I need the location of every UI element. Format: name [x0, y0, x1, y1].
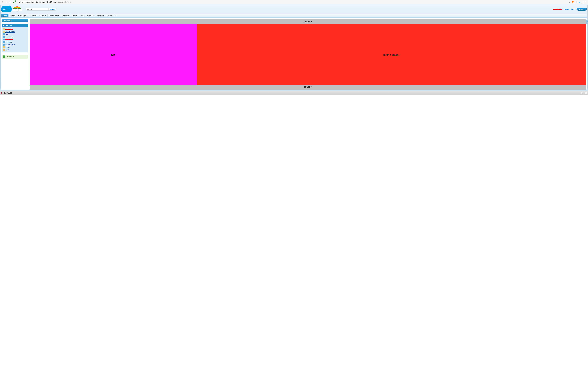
recent-item[interactable]: ST-001 — [3, 46, 27, 49]
global-header: salesforce '17 Search Wilson Xu ▼ Setup … — [1, 6, 587, 13]
release-badge: '17 — [16, 8, 19, 11]
star-icon[interactable]: ☆ — [569, 1, 571, 3]
body: Create New... ▼ Recent Items Wilson XuAl… — [1, 18, 587, 90]
tab-add-button[interactable]: + — [114, 14, 118, 17]
recent-item[interactable]: Alan Johnson — [3, 30, 27, 33]
search-button[interactable]: Search — [48, 8, 56, 10]
extension-icon-spiral[interactable]: ◎ — [575, 1, 577, 3]
recent-item-link[interactable]: salor — [5, 33, 9, 35]
dev-mode-icon[interactable]: X — [1, 92, 2, 94]
person-icon — [3, 41, 5, 43]
browser-action-icons: ☆ 折 ◎ ☁ Q ⋮ — [569, 1, 587, 3]
salesforce-logo[interactable]: salesforce — [1, 6, 12, 12]
extension-icon-orange[interactable]: 折 — [572, 1, 574, 3]
person-icon — [3, 36, 5, 38]
forward-button[interactable] — [5, 1, 8, 4]
browser-menu-icon[interactable]: ⋮ — [585, 1, 587, 3]
page-inner: salesforce '17 Search Wilson Xu ▼ Setup … — [0, 5, 588, 90]
person-icon — [3, 39, 5, 40]
tab-cases[interactable]: Cases — [78, 14, 86, 17]
recent-item-link[interactable]: Reviewer — [5, 41, 12, 43]
recent-item[interactable]: (redacted) — [3, 38, 27, 41]
nav-tabs: HomeChatterCampaignsAccountsContactsOppo… — [1, 14, 587, 17]
secure-label: 安全 — [15, 0, 17, 4]
vf-left-region: left — [29, 24, 197, 85]
contact-icon — [3, 31, 5, 33]
extension-icon-cloud[interactable]: ☁ — [579, 1, 581, 3]
chevron-down-icon: ▼ — [26, 20, 26, 21]
recent-item[interactable]: GuestAdmin — [3, 36, 27, 38]
recycle-bin-link[interactable]: Recycle Bin — [2, 55, 28, 59]
dev-close-icon[interactable]: ✕ — [581, 92, 583, 94]
reload-button[interactable] — [9, 1, 11, 4]
url-text: https://componentstest-dev-ed--c.ap2.vis… — [19, 1, 71, 3]
vf-main-region: main content — [197, 24, 586, 85]
redaction-bar — [553, 9, 562, 9]
extension-icon-box[interactable]: Q — [582, 1, 584, 3]
recent-items-panel: Recent Items Wilson XuAlan JohnsonsalorG… — [2, 24, 28, 52]
recent-item[interactable]: Chatter Expert — [3, 43, 27, 46]
vf-middle-row: left main content — [29, 24, 586, 85]
recent-items-header: Recent Items — [2, 24, 28, 27]
main-content-area: header left main content footer ◀ — [29, 19, 586, 90]
developer-footer: X HelloWorld ✕ ⬇ — [0, 91, 588, 95]
recent-item-link[interactable]: GuestAdmin — [5, 36, 14, 38]
recent-item[interactable]: salor — [3, 33, 27, 36]
tab-home[interactable]: Home — [1, 14, 9, 17]
tab-linkage[interactable]: Linkage — [105, 14, 114, 17]
recent-item[interactable]: Reviewer — [3, 41, 27, 43]
back-button[interactable] — [1, 1, 4, 4]
browser-toolbar: 安全 | https://componentstest-dev-ed--c.ap… — [0, 0, 588, 4]
global-search: Search — [26, 8, 57, 11]
address-bar[interactable]: 安全 | https://componentstest-dev-ed--c.ap… — [12, 0, 568, 4]
tab-chatter[interactable]: Chatter — [9, 14, 17, 17]
person-icon — [3, 33, 5, 35]
tab-accounts[interactable]: Accounts — [28, 14, 38, 17]
recent-item-link[interactable]: (redacted) — [5, 39, 12, 40]
lock-icon: 安全 — [13, 1, 17, 3]
tab-campaigns[interactable]: Campaigns — [17, 14, 28, 17]
dev-save-icon[interactable]: ⬇ — [585, 92, 587, 94]
tab-products[interactable]: Products — [96, 14, 105, 17]
pencil-icon — [3, 49, 5, 51]
recent-items-list: Wilson XuAlan JohnsonsalorGuestAdmin(red… — [2, 27, 28, 52]
vf-footer-region: footer — [29, 85, 586, 90]
tab-opportunities[interactable]: Opportunities — [48, 14, 61, 17]
note-icon — [3, 46, 5, 48]
svg-rect-0 — [13, 2, 14, 3]
recent-item-link[interactable]: G-001 — [5, 49, 10, 51]
release-logo: '17 — [13, 7, 22, 12]
dev-page-name: HelloWorld — [4, 92, 12, 94]
recent-item-link[interactable]: Chatter Expert — [5, 44, 15, 46]
chevron-down-icon: ▼ — [584, 9, 585, 10]
user-menu[interactable]: Wilson Xu ▼ — [553, 8, 562, 10]
recent-item-link[interactable]: Alan Johnson — [5, 31, 15, 33]
page-wrap: salesforce '17 Search Wilson Xu ▼ Setup … — [0, 4, 588, 91]
recent-item-link[interactable]: ST-001 — [5, 46, 10, 48]
tab-contacts[interactable]: Contacts — [38, 14, 48, 17]
tab-contracts[interactable]: Contracts — [61, 14, 70, 17]
help-link[interactable]: Help — [571, 8, 574, 10]
sidebar: Create New... ▼ Recent Items Wilson XuAl… — [2, 19, 28, 90]
sidebar-collapse-tab[interactable]: ◀ — [586, 19, 588, 24]
tab-orders[interactable]: Orders — [70, 14, 78, 17]
setup-link[interactable]: Setup — [565, 8, 569, 10]
tab-solutions[interactable]: Solutions — [86, 14, 96, 17]
recent-item[interactable]: G-001 — [3, 49, 27, 51]
create-new-button[interactable]: Create New... ▼ — [2, 19, 28, 22]
contact-icon — [3, 28, 5, 30]
recent-item[interactable]: Wilson Xu — [3, 28, 27, 30]
recent-item-link[interactable]: Wilson Xu — [5, 28, 12, 30]
app-switcher-button[interactable]: Sales▼ — [577, 8, 587, 11]
person-icon — [3, 44, 5, 46]
recycle-bin-icon — [3, 56, 5, 58]
vf-header-region: header — [29, 19, 586, 24]
search-input[interactable] — [26, 8, 48, 10]
